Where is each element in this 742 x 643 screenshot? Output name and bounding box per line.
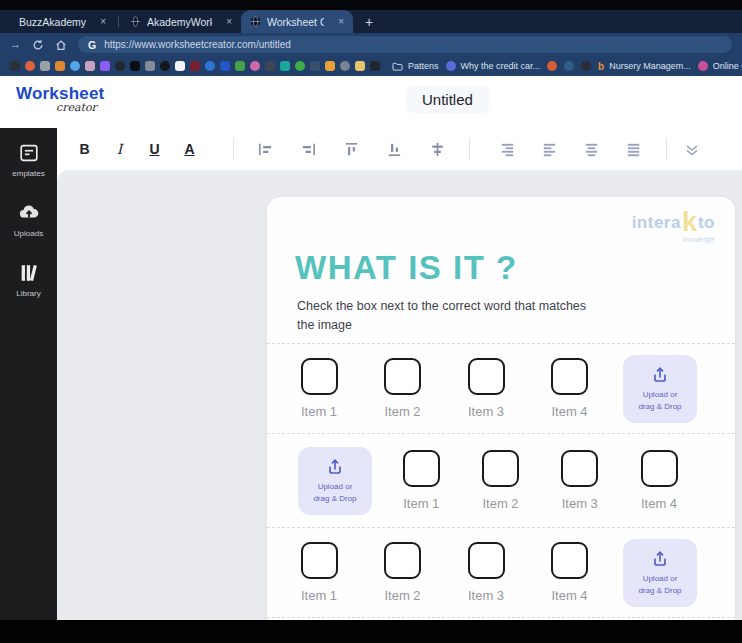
bookmark-favicon[interactable] [265,61,275,71]
bookmark-favicon: b [598,61,604,72]
bookmark-favicon [581,61,591,71]
bookmark-favicon[interactable] [100,61,110,71]
bookmark-favicon[interactable] [280,61,290,71]
bookmark-favicon[interactable] [70,61,80,71]
bookmark-item[interactable] [547,61,557,71]
upload-icon [650,549,670,569]
bookmark-item[interactable] [581,61,591,71]
bookmark-favicon[interactable] [115,61,125,71]
align-object-right-button[interactable] [287,136,330,162]
upload-dropzone[interactable]: Upload ordrag & Drop [298,447,372,515]
font-color-button[interactable]: A [172,136,207,162]
bookmark-favicon[interactable] [250,61,260,71]
sidebar-item-templates[interactable]: emplates [0,142,57,178]
reload-icon[interactable] [32,39,44,51]
checkbox[interactable] [468,542,505,579]
bookmarks-bar: PattensWhy the credit car...bNursery Man… [0,56,742,76]
toolbar-divider [469,138,470,160]
item-option: Item 3 [456,358,516,419]
underline-button[interactable]: U [137,136,172,162]
bold-button[interactable]: B [67,136,102,162]
instructions-line1: Check the box next to the correct word t… [297,297,586,316]
tab-akademyworksheers[interactable]: AkademyWorksheers × [121,10,241,33]
url-field[interactable]: G https://www.worksheetcreator.com/untit… [78,36,732,53]
document-title-field[interactable]: Untitled [406,86,489,113]
bookmark-favicon[interactable] [160,61,170,71]
bookmark-favicon[interactable] [145,61,155,71]
bookmark-item[interactable]: Pattens [392,61,439,71]
home-icon[interactable] [55,39,67,51]
align-object-left-button[interactable] [244,136,287,162]
checkbox[interactable] [384,542,421,579]
align-right-icon [300,141,317,158]
tab-buzzakademy[interactable]: BuzzAkademy × [10,10,116,33]
sidebar-item-library[interactable]: Library [0,262,57,298]
bookmark-favicon[interactable] [40,61,50,71]
bookmark-item[interactable]: Why the credit car... [446,61,541,71]
align-object-top-button[interactable] [330,136,373,162]
bookmark-favicon[interactable] [190,61,200,71]
item-label: Item 2 [482,496,518,511]
bookmark-favicon [698,61,708,71]
bookmark-favicon[interactable] [25,61,35,71]
bookmark-item[interactable]: Online Converter -... [698,61,742,71]
checkbox[interactable] [551,358,588,395]
checkbox[interactable] [551,542,588,579]
text-align-right-button[interactable] [486,136,528,162]
item-option: Item 3 [550,450,610,511]
checkbox[interactable] [301,542,338,579]
bookmark-favicon[interactable] [85,61,95,71]
bookmark-favicon[interactable] [55,61,65,71]
toolbar-divider [233,138,234,160]
checkbox[interactable] [301,358,338,395]
checkbox[interactable] [403,450,440,487]
checkbox[interactable] [482,450,519,487]
bookmark-favicon[interactable] [370,61,380,71]
bookmark-favicon [446,61,456,71]
toolbar-divider [666,138,667,160]
worksheet-instructions[interactable]: Check the box next to the correct word t… [297,297,586,335]
bookmark-favicon[interactable] [220,61,230,71]
bookmark-favicon[interactable] [295,61,305,71]
brand-text: intera [632,214,681,231]
bookmark-favicon[interactable] [175,61,185,71]
bookmark-favicon[interactable] [10,61,20,71]
upload-dropzone[interactable]: Upload ordrag & Drop [623,539,697,607]
checkbox[interactable] [641,450,678,487]
bookmark-favicon[interactable] [340,61,350,71]
new-tab-button[interactable]: + [353,10,385,33]
tab-worksheet-creator[interactable]: Worksheet Creator × [241,10,353,33]
bookmark-item[interactable]: bNursery Managem... [598,61,691,72]
bookmark-favicon[interactable] [310,61,320,71]
text-align-left-button[interactable] [528,136,570,162]
checkbox[interactable] [384,358,421,395]
item-option: Item 4 [540,542,600,603]
bookmark-item[interactable] [564,61,574,71]
bookmark-favicon[interactable] [235,61,245,71]
tab-close-icon[interactable]: × [338,16,344,27]
checkbox[interactable] [468,358,505,395]
italic-button[interactable]: I [102,136,137,162]
worksheet-row: Item 1 Item 2 Item 3 Item 4 Upload ordra… [267,528,735,617]
worksheet-title[interactable]: WHAT IS IT ? [295,249,518,287]
tab-close-icon[interactable]: × [226,16,232,27]
checkbox[interactable] [561,450,598,487]
bookmark-favicon[interactable] [130,61,140,71]
globe-favicon-icon [250,16,261,27]
bookmark-favicon[interactable] [355,61,365,71]
tab-close-icon[interactable]: × [100,16,106,27]
text-align-center-button[interactable] [570,136,612,162]
forward-icon[interactable]: → [10,39,21,50]
sidebar-item-uploads[interactable]: Uploads [0,202,57,238]
text-align-justify-button[interactable] [612,136,654,162]
bookmark-favicon[interactable] [325,61,335,71]
bookmark-favicon[interactable] [205,61,215,71]
item-label: Item 3 [562,496,598,511]
more-tools-icon[interactable] [683,140,701,158]
folder-icon [392,62,403,71]
align-object-bottom-button[interactable] [373,136,416,162]
upload-dropzone[interactable]: Upload ordrag & Drop [623,355,697,423]
align-object-center-button[interactable] [416,136,459,162]
item-label: Item 2 [384,588,420,603]
sidebar-item-label: Uploads [14,229,43,238]
